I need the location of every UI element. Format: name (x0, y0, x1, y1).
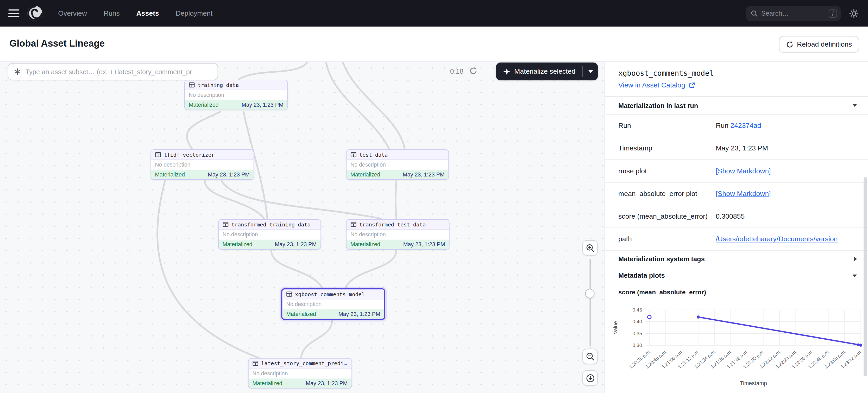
dagster-app: Overview Runs Assets Deployment / Global… (0, 0, 868, 393)
asset-node-transformed-test-data[interactable]: transformed_test_data No description Mat… (346, 219, 450, 250)
table-icon (286, 291, 292, 297)
section-materialization-in-last-run[interactable]: Materialization in last run (605, 96, 868, 114)
row-value: Run 242374ad (716, 122, 868, 130)
asset-node-transformed-training-data[interactable]: transformed_training_data No description… (218, 219, 321, 250)
asset-node-training-data[interactable]: training_data No description Materialize… (184, 79, 288, 110)
top-nav: Overview Runs Assets Deployment / (0, 0, 868, 27)
chevron-down-icon (852, 274, 857, 277)
dagster-logo-icon[interactable] (27, 5, 43, 22)
asset-node-description: No description (346, 230, 449, 239)
nav-item-deployment[interactable]: Deployment (176, 9, 213, 17)
refresh-icon[interactable] (469, 67, 477, 75)
chevron-down-icon (588, 70, 593, 73)
materialized-badge: Materialized (286, 311, 316, 317)
nav-item-overview[interactable]: Overview (58, 9, 87, 17)
table-row: rmse plot [Show Markdown] (605, 160, 868, 183)
materialized-badge: Materialized (189, 102, 219, 108)
materialized-badge: Materialized (155, 171, 185, 177)
row-value: May 23, 1:23 PM (716, 144, 868, 152)
materialization-timestamp: May 23, 1:23 PM (338, 311, 380, 317)
materialized-badge: Materialized (223, 241, 252, 247)
table-row: score (mean_absolute_error) 0.300855 (605, 205, 868, 228)
asset-node-description: No description (282, 299, 384, 309)
metadata-plot-title: score (mean_absolute_error) (618, 289, 855, 296)
materialization-timestamp: May 23, 1:23 PM (403, 171, 445, 177)
table-icon (189, 82, 195, 88)
table-icon (223, 222, 228, 227)
asset-node-xgboost-comments-model[interactable]: xgboost_comments_model No description Ma… (281, 288, 385, 320)
svg-text:Timestamp: Timestamp (740, 380, 767, 387)
row-key: path (605, 235, 716, 243)
settings-gear-icon[interactable] (849, 9, 859, 18)
asset-title: xgboost_comments_model (618, 69, 855, 77)
row-key: mean_absolute_error plot (605, 190, 716, 198)
asset-subset-input[interactable] (26, 68, 212, 75)
asset-node-tfidf-vectorizer[interactable]: tfidf_vectorizer No description Material… (151, 150, 254, 180)
zoom-in-button[interactable] (582, 240, 598, 256)
menu-icon[interactable] (8, 7, 20, 20)
asset-lineage-canvas[interactable]: 0:18 Materialize selected training_data … (0, 62, 604, 393)
asset-node-name: training_data (197, 82, 239, 88)
row-value: [Show Markdown] (716, 190, 868, 198)
page-title: Global Asset Lineage (9, 38, 105, 50)
table-row: Timestamp May 23, 1:23 PM (605, 137, 868, 160)
run-id-link[interactable]: 242374ad (730, 122, 761, 130)
table-icon (350, 152, 356, 158)
asset-node-name: xgboost_comments_model (295, 291, 365, 297)
svg-text:Value: Value (613, 321, 618, 334)
materialize-sparkle-icon (503, 68, 510, 75)
asset-node-name: tfidf_vectorizer (164, 152, 215, 158)
row-key: Timestamp (605, 144, 716, 152)
asset-node-description: No description (346, 160, 448, 170)
refresh-countdown: 0:18 (450, 67, 464, 75)
path-link[interactable]: /Users/odetteharary/Documents/version (716, 235, 838, 243)
search-input[interactable] (761, 9, 826, 17)
nav-links: Overview Runs Assets Deployment (58, 9, 212, 17)
reload-definitions-button[interactable]: Reload definitions (779, 36, 859, 53)
materialize-selected-button[interactable]: Materialize selected (496, 62, 583, 80)
section-metadata-plots[interactable]: Metadata plots (605, 267, 868, 284)
show-markdown-link[interactable]: [Show Markdown] (716, 190, 771, 198)
materialized-badge: Materialized (350, 241, 380, 247)
search-icon (751, 10, 758, 17)
external-link-icon (688, 82, 695, 89)
materialization-timestamp: May 23, 1:23 PM (306, 380, 348, 386)
asset-node-test-data[interactable]: test_data No description Materialized Ma… (346, 150, 449, 180)
svg-text:0.30: 0.30 (632, 342, 642, 348)
zoom-slider-handle[interactable] (585, 289, 594, 298)
asset-node-description: No description (151, 160, 253, 170)
recenter-view-button[interactable] (582, 370, 598, 386)
panel-scrollbar[interactable] (864, 177, 867, 376)
table-icon (350, 222, 356, 227)
asset-node-name: transformed_training_data (231, 222, 311, 227)
nav-item-assets[interactable]: Assets (136, 9, 159, 17)
metadata-plot: 0.300.350.400.451:20:36 p.m.1:20:48 p.m.… (611, 299, 865, 388)
svg-text:0.45: 0.45 (632, 307, 642, 313)
view-in-asset-catalog-link[interactable]: View in Asset Catalog (618, 81, 695, 89)
asset-node-description: No description (185, 90, 287, 100)
materialize-options-dropdown[interactable] (583, 62, 598, 80)
svg-text:0.40: 0.40 (632, 319, 642, 324)
materialization-timestamp: May 23, 1:23 PM (275, 241, 317, 247)
chevron-down-icon (852, 104, 857, 107)
filter-expression-icon (14, 68, 21, 75)
materialized-badge: Materialized (350, 171, 380, 177)
row-key: Run (605, 122, 716, 130)
global-search[interactable]: / (746, 6, 841, 21)
asset-node-latest-story-comment-predictions[interactable]: latest_story_comment_predictions No desc… (248, 358, 352, 389)
asset-subset-filter[interactable] (8, 63, 218, 80)
show-markdown-link[interactable]: [Show Markdown] (716, 167, 771, 175)
table-row: Run Run 242374ad (605, 114, 868, 137)
asset-node-name: latest_story_comment_predictions (261, 360, 348, 366)
row-value: 0.300855 (716, 212, 868, 220)
section-materialization-system-tags[interactable]: Materialization system tags (605, 251, 868, 267)
search-shortcut-key: / (829, 9, 837, 18)
asset-node-description: No description (219, 230, 320, 239)
zoom-out-button[interactable] (582, 349, 598, 364)
asset-node-name: test_data (359, 152, 388, 158)
materialization-timestamp: May 23, 1:23 PM (242, 102, 283, 108)
zoom-slider-track (590, 259, 591, 347)
nav-item-runs[interactable]: Runs (104, 9, 120, 17)
materialization-timestamp: May 23, 1:23 PM (403, 241, 445, 247)
row-value: [Show Markdown] (716, 167, 868, 175)
